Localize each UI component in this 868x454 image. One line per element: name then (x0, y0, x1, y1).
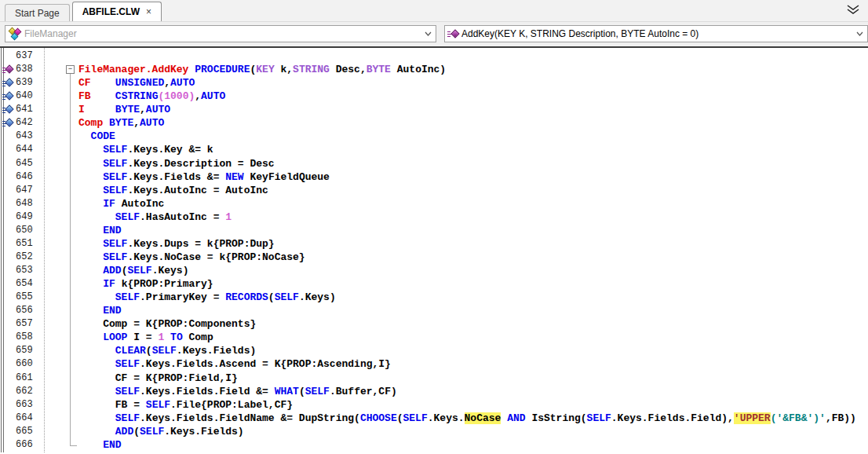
code-token: SELF (115, 386, 140, 397)
line-number: 666 (16, 438, 42, 452)
data-bookmark-icon[interactable] (2, 118, 14, 128)
code-token: AUTO (170, 77, 195, 89)
code-token: CF (78, 77, 91, 89)
code-line[interactable]: 658 LOOP I = 1 TO Comp (0, 331, 868, 344)
line-number: 663 (16, 398, 42, 412)
code-text: SELF.PrimaryKey = RECORDS(SELF.Keys) (78, 291, 336, 304)
code-token (78, 278, 103, 290)
code-line[interactable]: 659 CLEAR(SELF.Keys.Fields) (0, 344, 868, 357)
fold-toggle[interactable]: − (66, 65, 75, 74)
data-bookmark-icon[interactable] (2, 104, 14, 115)
code-line[interactable]: 637 (0, 49, 868, 63)
code-line[interactable]: 647 SELF.Keys.AutoInc = AutoInc (0, 184, 868, 197)
code-token: SELF (115, 291, 140, 303)
code-line[interactable]: 644 SELF.Keys.Key &= k (0, 143, 868, 156)
scope-combobox[interactable]: FileManager (5, 25, 436, 42)
code-token: SELF (115, 358, 140, 370)
close-icon[interactable]: × (146, 6, 151, 17)
code-line[interactable]: 642Comp BYTE,AUTO (0, 116, 868, 130)
code-text: I BYTE,AUTO (78, 103, 170, 116)
scope-combobox-value: FileManager (24, 28, 421, 39)
method-bookmark-icon[interactable] (2, 64, 14, 75)
code-line[interactable]: 664 SELF.Keys.Fields.FieldName &= DupStr… (0, 412, 868, 425)
code-token: SELF (140, 426, 164, 438)
line-number: 652 (16, 251, 42, 264)
code-text: ADD(SELF.Keys) (78, 264, 188, 277)
code-token: CF = K{PROP:Field,I} (78, 372, 238, 384)
code-token (78, 331, 103, 343)
code-token: .Keys.Fields.Field), (611, 412, 734, 424)
code-token: SELF (103, 158, 127, 170)
code-line[interactable]: 639CF UNSIGNED,AUTO (0, 76, 868, 90)
tab-list-chevron-icon[interactable] (846, 5, 860, 16)
code-token: , (164, 77, 170, 89)
code-line[interactable]: 641I BYTE,AUTO (0, 103, 868, 116)
code-token: SELF (115, 211, 140, 223)
code-token: END (103, 225, 121, 236)
code-token: NEW (225, 171, 243, 183)
code-token: BYTE (367, 64, 391, 75)
code-rows: 637638FileManager.AddKey PROCEDURE(KEY k… (0, 49, 868, 452)
code-text: SELF.Keys.Dups = k{PROP:Dup} (78, 237, 275, 251)
code-line[interactable]: 638FileManager.AddKey PROCEDURE(KEY k,ST… (0, 63, 868, 76)
chevron-down-icon[interactable] (425, 31, 432, 36)
code-token: TO (170, 331, 183, 343)
code-token: END (103, 439, 121, 451)
code-text: CODE (78, 130, 115, 143)
code-line[interactable]: 649 SELF.HasAutoInc = 1 (0, 211, 868, 224)
code-token: ( (133, 426, 140, 438)
code-line[interactable]: 655 SELF.PrimaryKey = RECORDS(SELF.Keys) (0, 291, 868, 304)
code-token: .Keys.Key &= k (127, 144, 213, 156)
code-token: .Keys.Fields.FieldName &= DupString( (140, 412, 360, 424)
code-line[interactable]: 653 ADD(SELF.Keys) (0, 264, 868, 277)
code-token: NoCase (465, 412, 501, 424)
code-token: CSTRING (115, 90, 159, 102)
code-line[interactable]: 652 SELF.Keys.NoCase = k{PROP:NoCase} (0, 251, 868, 264)
code-token: .Keys.Fields.Field &= (140, 386, 275, 397)
code-editor[interactable]: 637638FileManager.AddKey PROCEDURE(KEY k… (0, 46, 868, 452)
code-line[interactable]: 661 CF = K{PROP:Field,I} (0, 372, 868, 385)
code-token: KeyFieldQueue (244, 171, 330, 183)
code-token: .Keys) (152, 265, 189, 276)
code-text: SELF.Keys.Key &= k (78, 143, 213, 156)
code-line[interactable]: 665 ADD(SELF.Keys.Fields) (0, 425, 868, 438)
code-token: , (140, 104, 146, 115)
code-token (91, 90, 115, 102)
navigation-toolbar: FileManager AddKey(KEY K, STRING Descrip… (0, 22, 868, 46)
line-number: 660 (16, 357, 42, 371)
member-combobox[interactable]: AddKey(KEY K, STRING Description, BYTE A… (444, 25, 868, 42)
code-line[interactable]: 646 SELF.Keys.Fields &= NEW KeyFieldQueu… (0, 170, 868, 184)
code-line[interactable]: 640FB CSTRING(1000),AUTO (0, 90, 868, 103)
code-token: .PrimaryKey = (140, 291, 225, 303)
data-bookmark-icon[interactable] (2, 78, 14, 88)
tab-start-page[interactable]: Start Page (5, 4, 70, 21)
code-line[interactable]: 651 SELF.Keys.Dups = k{PROP:Dup} (0, 237, 868, 251)
code-line[interactable]: 648 IF AutoInc (0, 197, 868, 211)
method-icon (447, 28, 460, 39)
tab-label: ABFILE.CLW (82, 6, 140, 17)
code-token: Comp = K{PROP:Components} (78, 318, 256, 330)
tab-abfile-clw[interactable]: ABFILE.CLW × (72, 2, 162, 21)
code-token: .HasAutoInc = (140, 211, 225, 223)
line-number: 667 (16, 452, 42, 452)
code-line[interactable]: 643 CODE (0, 130, 868, 143)
code-line[interactable]: 660 SELF.Keys.Fields.Ascend = K{PROP:Asc… (0, 357, 868, 371)
code-line[interactable]: 666 END (0, 438, 868, 452)
code-line[interactable]: 650 END (0, 224, 868, 237)
code-text: SELF.Keys.Description = Desc (78, 157, 275, 170)
line-number: 642 (16, 116, 42, 130)
code-token (78, 305, 103, 317)
code-token: END (103, 305, 121, 317)
code-token: I (78, 104, 85, 115)
code-line[interactable]: 657 Comp = K{PROP:Components} (0, 317, 868, 331)
code-line[interactable]: 663 FB = SELF.File{PROP:Label,CF} (0, 398, 868, 412)
code-token: Comp (183, 331, 213, 343)
code-token: AutoInc) (391, 64, 446, 75)
code-token: .Keys.Fields &= (127, 171, 225, 183)
chevron-down-icon[interactable] (856, 31, 863, 36)
code-line[interactable]: 645 SELF.Keys.Description = Desc (0, 157, 868, 170)
code-line[interactable]: 654 IF k{PROP:Primary} (0, 277, 868, 291)
data-bookmark-icon[interactable] (2, 91, 14, 101)
code-line[interactable]: 656 END (0, 304, 868, 317)
code-line[interactable]: 662 SELF.Keys.Fields.Field &= WHAT(SELF.… (0, 385, 868, 398)
